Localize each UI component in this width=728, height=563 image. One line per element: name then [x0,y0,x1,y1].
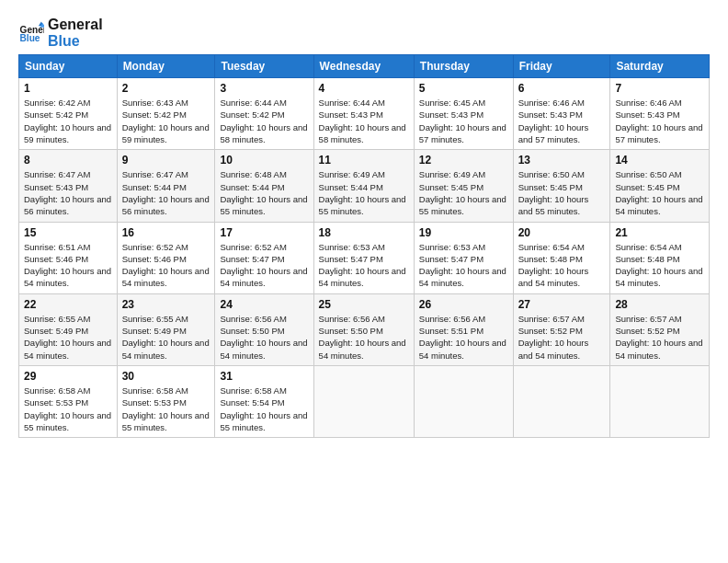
day-number: 2 [122,82,210,95]
svg-text:Blue: Blue [20,33,40,43]
day-info: Sunrise: 6:49 AMSunset: 5:45 PMDaylight:… [419,168,508,217]
day-info: Sunrise: 6:48 AMSunset: 5:44 PMDaylight:… [220,168,308,217]
header: General Blue General Blue [18,17,710,49]
calendar-cell [610,365,710,437]
day-info: Sunrise: 6:47 AMSunset: 5:43 PMDaylight:… [24,168,112,217]
calendar-cell: 2Sunrise: 6:43 AMSunset: 5:42 PMDaylight… [117,78,215,150]
day-info: Sunrise: 6:47 AMSunset: 5:44 PMDaylight:… [122,168,210,217]
calendar-cell: 27Sunrise: 6:57 AMSunset: 5:52 PMDayligh… [513,293,610,365]
day-number: 27 [518,298,606,311]
calendar-cell: 26Sunrise: 6:56 AMSunset: 5:51 PMDayligh… [414,293,513,365]
logo-text-blue: Blue [48,33,103,50]
day-number: 6 [518,82,606,95]
day-number: 13 [518,154,606,167]
calendar-cell: 18Sunrise: 6:53 AMSunset: 5:47 PMDayligh… [313,222,414,293]
calendar-cell: 10Sunrise: 6:48 AMSunset: 5:44 PMDayligh… [215,150,313,222]
calendar-cell: 3Sunrise: 6:44 AMSunset: 5:42 PMDaylight… [215,78,313,150]
day-info: Sunrise: 6:50 AMSunset: 5:45 PMDaylight:… [615,168,704,217]
day-info: Sunrise: 6:49 AMSunset: 5:44 PMDaylight:… [319,168,409,217]
calendar-header-friday: Friday [513,55,610,78]
day-number: 9 [122,154,210,167]
day-info: Sunrise: 6:55 AMSunset: 5:49 PMDaylight:… [122,313,210,362]
day-number: 26 [419,298,508,311]
day-number: 10 [220,154,308,167]
calendar-week-row: 15Sunrise: 6:51 AMSunset: 5:46 PMDayligh… [19,222,710,293]
day-info: Sunrise: 6:57 AMSunset: 5:52 PMDaylight:… [518,313,606,362]
calendar-week-row: 29Sunrise: 6:58 AMSunset: 5:53 PMDayligh… [19,365,710,437]
day-info: Sunrise: 6:46 AMSunset: 5:43 PMDaylight:… [615,97,704,145]
calendar-cell: 30Sunrise: 6:58 AMSunset: 5:53 PMDayligh… [117,365,215,437]
day-number: 20 [518,226,606,239]
calendar-header-sunday: Sunday [19,55,118,78]
day-number: 14 [615,154,704,167]
calendar-cell [414,365,513,437]
day-number: 11 [319,154,409,167]
calendar-cell: 19Sunrise: 6:53 AMSunset: 5:47 PMDayligh… [414,222,513,293]
day-info: Sunrise: 6:54 AMSunset: 5:48 PMDaylight:… [518,241,606,290]
day-info: Sunrise: 6:57 AMSunset: 5:52 PMDaylight:… [615,313,704,362]
calendar-cell: 24Sunrise: 6:56 AMSunset: 5:50 PMDayligh… [215,293,313,365]
day-info: Sunrise: 6:56 AMSunset: 5:50 PMDaylight:… [220,313,308,362]
calendar-cell: 1Sunrise: 6:42 AMSunset: 5:42 PMDaylight… [19,78,118,150]
calendar-cell: 8Sunrise: 6:47 AMSunset: 5:43 PMDaylight… [19,150,118,222]
day-info: Sunrise: 6:53 AMSunset: 5:47 PMDaylight:… [419,241,508,290]
day-number: 1 [24,82,112,95]
day-number: 28 [615,298,704,311]
day-number: 16 [122,226,210,239]
calendar-cell: 29Sunrise: 6:58 AMSunset: 5:53 PMDayligh… [19,365,118,437]
calendar-cell: 22Sunrise: 6:55 AMSunset: 5:49 PMDayligh… [19,293,118,365]
day-info: Sunrise: 6:42 AMSunset: 5:42 PMDaylight:… [24,97,112,145]
day-info: Sunrise: 6:56 AMSunset: 5:51 PMDaylight:… [419,313,508,362]
day-info: Sunrise: 6:56 AMSunset: 5:50 PMDaylight:… [319,313,409,362]
day-info: Sunrise: 6:53 AMSunset: 5:47 PMDaylight:… [319,241,409,290]
day-number: 15 [24,226,112,239]
calendar-cell: 13Sunrise: 6:50 AMSunset: 5:45 PMDayligh… [513,150,610,222]
calendar-cell: 20Sunrise: 6:54 AMSunset: 5:48 PMDayligh… [513,222,610,293]
logo-icon: General Blue [18,20,44,46]
calendar-header-wednesday: Wednesday [313,55,414,78]
calendar-cell: 31Sunrise: 6:58 AMSunset: 5:54 PMDayligh… [215,365,313,437]
calendar-cell: 28Sunrise: 6:57 AMSunset: 5:52 PMDayligh… [610,293,710,365]
day-info: Sunrise: 6:58 AMSunset: 5:53 PMDaylight:… [122,385,210,433]
calendar-cell: 4Sunrise: 6:44 AMSunset: 5:43 PMDaylight… [313,78,414,150]
day-number: 8 [24,154,112,167]
calendar-header-row: SundayMondayTuesdayWednesdayThursdayFrid… [19,55,710,78]
calendar-cell: 5Sunrise: 6:45 AMSunset: 5:43 PMDaylight… [414,78,513,150]
day-info: Sunrise: 6:46 AMSunset: 5:43 PMDaylight:… [518,97,606,145]
calendar-cell: 9Sunrise: 6:47 AMSunset: 5:44 PMDaylight… [117,150,215,222]
calendar-cell: 11Sunrise: 6:49 AMSunset: 5:44 PMDayligh… [313,150,414,222]
day-number: 31 [220,370,308,383]
calendar-table: SundayMondayTuesdayWednesdayThursdayFrid… [18,54,710,438]
day-number: 22 [24,298,112,311]
calendar-cell [513,365,610,437]
day-number: 5 [419,82,508,95]
day-number: 18 [319,226,409,239]
day-info: Sunrise: 6:58 AMSunset: 5:53 PMDaylight:… [24,385,112,433]
calendar-header-monday: Monday [117,55,215,78]
day-info: Sunrise: 6:52 AMSunset: 5:47 PMDaylight:… [220,241,308,290]
calendar-cell: 25Sunrise: 6:56 AMSunset: 5:50 PMDayligh… [313,293,414,365]
calendar-cell: 23Sunrise: 6:55 AMSunset: 5:49 PMDayligh… [117,293,215,365]
day-number: 24 [220,298,308,311]
day-info: Sunrise: 6:45 AMSunset: 5:43 PMDaylight:… [419,97,508,145]
calendar-cell: 21Sunrise: 6:54 AMSunset: 5:48 PMDayligh… [610,222,710,293]
calendar-cell: 12Sunrise: 6:49 AMSunset: 5:45 PMDayligh… [414,150,513,222]
day-info: Sunrise: 6:58 AMSunset: 5:54 PMDaylight:… [220,385,308,433]
day-info: Sunrise: 6:50 AMSunset: 5:45 PMDaylight:… [518,168,606,217]
logo-text-general: General [48,17,103,33]
calendar-cell: 16Sunrise: 6:52 AMSunset: 5:46 PMDayligh… [117,222,215,293]
day-info: Sunrise: 6:44 AMSunset: 5:42 PMDaylight:… [220,97,308,145]
logo: General Blue General Blue [18,17,103,49]
day-info: Sunrise: 6:51 AMSunset: 5:46 PMDaylight:… [24,241,112,290]
calendar-week-row: 22Sunrise: 6:55 AMSunset: 5:49 PMDayligh… [19,293,710,365]
day-number: 17 [220,226,308,239]
day-info: Sunrise: 6:44 AMSunset: 5:43 PMDaylight:… [319,97,409,145]
calendar-header-saturday: Saturday [610,55,710,78]
calendar-header-thursday: Thursday [414,55,513,78]
calendar-cell: 15Sunrise: 6:51 AMSunset: 5:46 PMDayligh… [19,222,118,293]
day-info: Sunrise: 6:43 AMSunset: 5:42 PMDaylight:… [122,97,210,145]
day-info: Sunrise: 6:55 AMSunset: 5:49 PMDaylight:… [24,313,112,362]
day-info: Sunrise: 6:54 AMSunset: 5:48 PMDaylight:… [615,241,704,290]
day-number: 29 [24,370,112,383]
day-number: 7 [615,82,704,95]
